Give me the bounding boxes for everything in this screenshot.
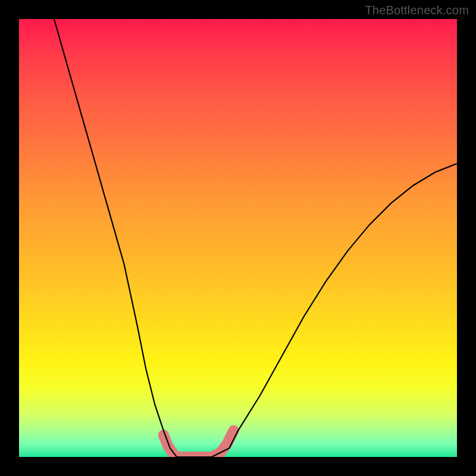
optimal-range-markers	[158, 425, 239, 457]
bottleneck-curve	[54, 19, 457, 457]
chart-frame: TheBottleneck.com	[0, 0, 476, 476]
curve-layer	[19, 19, 457, 457]
plot-area	[19, 19, 457, 457]
watermark-text: TheBottleneck.com	[365, 4, 469, 17]
